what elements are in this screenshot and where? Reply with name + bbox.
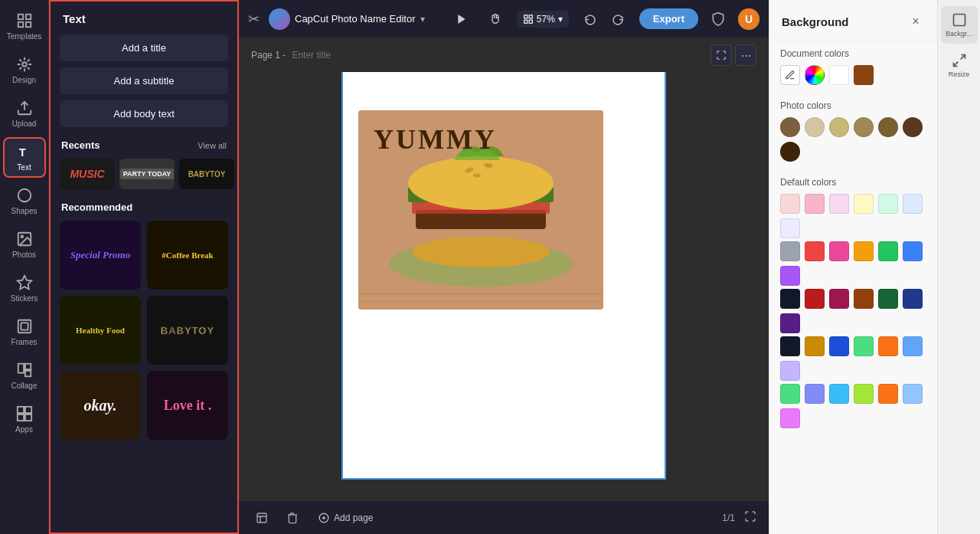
- dc-r2-c1[interactable]: [780, 241, 800, 261]
- dc-r3-c2[interactable]: [805, 289, 825, 309]
- sidebar-item-label-text: Text: [17, 163, 31, 172]
- dc-r5-c3[interactable]: [829, 384, 849, 404]
- dc-r4-c5[interactable]: [878, 336, 898, 356]
- photo-color-4[interactable]: [854, 117, 874, 137]
- play-button[interactable]: [449, 7, 474, 31]
- photo-color-2[interactable]: [805, 117, 825, 137]
- app-name-area[interactable]: CapCut Photo Name Editor ▾: [269, 8, 425, 30]
- dc-r4-c6[interactable]: [903, 336, 923, 356]
- sidebar-item-label-photos: Photos: [12, 251, 36, 259]
- dc-r3-c1[interactable]: [780, 289, 800, 309]
- default-colors-label: Default colors: [780, 177, 926, 188]
- right-strip-background[interactable]: Backgr...: [941, 6, 978, 44]
- dc-r3-c7[interactable]: [780, 313, 800, 333]
- canvas-fit-button[interactable]: [710, 44, 732, 66]
- right-strip-resize[interactable]: Resize: [941, 47, 978, 84]
- dc-r2-c5[interactable]: [878, 241, 898, 261]
- color-picker-button[interactable]: [780, 65, 800, 85]
- bg-panel-title: Background: [782, 15, 849, 28]
- sidebar-item-shapes[interactable]: Shapes: [3, 181, 46, 221]
- dc-r3-c5[interactable]: [878, 289, 898, 309]
- avatar[interactable]: U: [738, 8, 760, 30]
- icon-sidebar: Templates Design Upload T Text Shapes Ph…: [0, 0, 49, 534]
- sidebar-item-templates[interactable]: Templates: [3, 6, 46, 47]
- dc-r5-c4[interactable]: [854, 384, 874, 404]
- redo-button[interactable]: [606, 7, 630, 31]
- recent-babytoy[interactable]: BABYTOY: [179, 159, 234, 189]
- thumbnail-button[interactable]: [251, 507, 273, 529]
- canvas-scroll-area[interactable]: YUMMY: [239, 72, 769, 500]
- zoom-chevron-icon: ▾: [558, 14, 563, 25]
- photo-color-6[interactable]: [903, 117, 923, 137]
- sidebar-item-upload[interactable]: Upload: [3, 93, 46, 134]
- dc-r4-c2[interactable]: [805, 336, 825, 356]
- dc-r1-c5[interactable]: [878, 194, 898, 214]
- add-subtitle-button[interactable]: Add a subtitle: [60, 67, 228, 94]
- recommended-babytoy[interactable]: BABYTOY: [147, 296, 228, 365]
- recent-party[interactable]: PARTY TODAY: [119, 159, 175, 189]
- dc-r4-c7[interactable]: [780, 361, 800, 381]
- dc-r2-c3[interactable]: [829, 241, 849, 261]
- recommended-okay[interactable]: okay.: [60, 371, 141, 440]
- sidebar-item-frames[interactable]: Frames: [3, 312, 46, 352]
- bg-panel-close-button[interactable]: ×: [906, 12, 925, 31]
- dc-r2-c7[interactable]: [780, 266, 800, 286]
- dc-r1-c2[interactable]: [805, 194, 825, 214]
- dc-r3-c4[interactable]: [854, 289, 874, 309]
- dc-r4-c3[interactable]: [829, 336, 849, 356]
- sidebar-item-photos[interactable]: Photos: [3, 224, 46, 265]
- color-swatch-brown[interactable]: [854, 65, 874, 85]
- svg-point-19: [274, 14, 284, 24]
- photo-color-5[interactable]: [878, 117, 898, 137]
- photo-colors-row: [780, 117, 926, 162]
- photo-color-1[interactable]: [780, 117, 800, 137]
- hand-tool-button[interactable]: [483, 7, 508, 31]
- dc-r1-c3[interactable]: [829, 194, 849, 214]
- dc-r5-c6[interactable]: [903, 384, 923, 404]
- shield-icon[interactable]: [707, 8, 729, 30]
- recommended-coffee-break[interactable]: #Coffee Break: [147, 221, 228, 290]
- dc-r5-c7[interactable]: [780, 408, 800, 428]
- recommended-healthy-food[interactable]: Healthy Food: [60, 296, 141, 365]
- sidebar-item-label-stickers: Stickers: [11, 294, 38, 303]
- zoom-control[interactable]: 57% ▾: [517, 11, 569, 28]
- recommended-loveit[interactable]: Love it .: [147, 371, 228, 440]
- undo-button[interactable]: [578, 7, 603, 31]
- dc-r1-c4[interactable]: [854, 194, 874, 214]
- add-body-button[interactable]: Add body text: [60, 100, 228, 127]
- dc-r5-c5[interactable]: [878, 384, 898, 404]
- sidebar-item-stickers[interactable]: Stickers: [3, 268, 46, 309]
- dc-r4-c4[interactable]: [854, 336, 874, 356]
- dc-r5-c1[interactable]: [780, 384, 800, 404]
- sidebar-item-apps[interactable]: Apps: [3, 399, 46, 440]
- recommended-special-promo[interactable]: Special Promo: [60, 221, 141, 290]
- delete-page-button[interactable]: [282, 507, 303, 529]
- recent-music[interactable]: MUSIC: [60, 159, 115, 189]
- add-page-button[interactable]: Add page: [312, 509, 379, 526]
- dc-r3-c6[interactable]: [903, 289, 923, 309]
- app-logo[interactable]: ✂: [248, 11, 260, 28]
- fit-screen-button[interactable]: [744, 510, 756, 525]
- dc-r1-c7[interactable]: [780, 218, 800, 238]
- dc-r2-c2[interactable]: [805, 241, 825, 261]
- view-all-button[interactable]: View all: [198, 141, 227, 150]
- color-swatch-rainbow[interactable]: [805, 65, 825, 85]
- sidebar-item-text[interactable]: T Text: [3, 137, 46, 178]
- export-button[interactable]: Export: [639, 8, 698, 29]
- photo-color-7[interactable]: [780, 142, 800, 162]
- dc-r4-c1[interactable]: [780, 336, 800, 356]
- page-title-input[interactable]: [292, 50, 407, 61]
- sidebar-item-design[interactable]: Design: [3, 50, 46, 90]
- add-title-button[interactable]: Add a title: [60, 34, 228, 61]
- dc-r2-c6[interactable]: [903, 241, 923, 261]
- dc-r2-c4[interactable]: [854, 241, 874, 261]
- dc-r5-c2[interactable]: [805, 384, 825, 404]
- canvas-page[interactable]: YUMMY: [343, 72, 665, 478]
- color-swatch-white[interactable]: [829, 65, 849, 85]
- photo-color-3[interactable]: [829, 117, 849, 137]
- dc-r3-c3[interactable]: [829, 289, 849, 309]
- dc-r1-c6[interactable]: [903, 194, 923, 214]
- sidebar-item-collage[interactable]: Collage: [3, 355, 46, 396]
- dc-r1-c1[interactable]: [780, 194, 800, 214]
- canvas-more-button[interactable]: ⋯: [735, 44, 756, 66]
